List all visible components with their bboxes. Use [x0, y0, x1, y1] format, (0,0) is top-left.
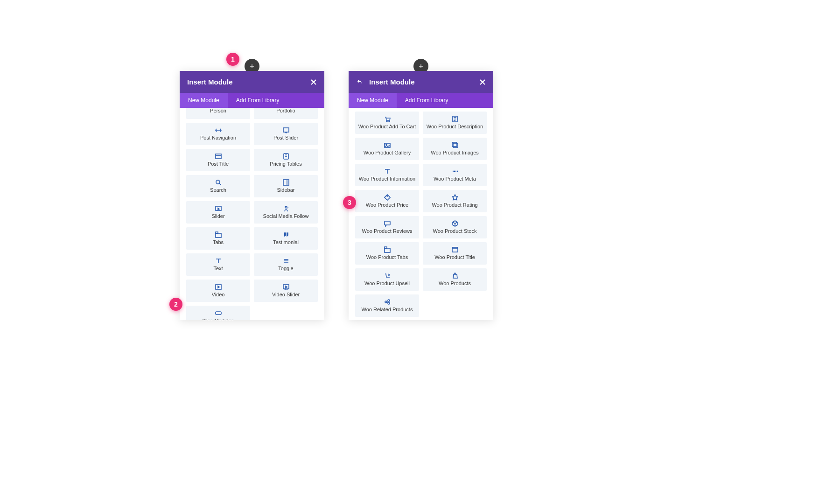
- module-label: Video Slider: [272, 292, 300, 298]
- module-tabs[interactable]: Tabs: [186, 227, 250, 250]
- module-woo-products[interactable]: Woo Products: [423, 268, 487, 291]
- module-woo-product-stock[interactable]: Woo Product Stock: [423, 216, 487, 238]
- module-video[interactable]: Video: [186, 280, 250, 302]
- module-woo-related-products[interactable]: Woo Related Products: [355, 294, 419, 317]
- module-testimonial[interactable]: Testimonial: [254, 227, 318, 250]
- module-search[interactable]: Search: [186, 175, 250, 197]
- reviews-icon: [384, 220, 391, 227]
- module-label: Woo Product Gallery: [364, 150, 411, 156]
- close-button[interactable]: [479, 79, 486, 85]
- tab-new-module[interactable]: New Module: [349, 93, 397, 108]
- callout-badge-3: 3: [343, 196, 356, 209]
- tabs-icon: [215, 231, 222, 238]
- close-button[interactable]: [310, 79, 317, 85]
- module-label: Woo Product Images: [431, 150, 479, 156]
- back-button[interactable]: [356, 78, 364, 86]
- module-label: Post Slider: [273, 135, 298, 141]
- module-pricing-tables[interactable]: Pricing Tables: [254, 149, 318, 171]
- module-label: Text: [213, 266, 223, 272]
- panel-tabs: New Module Add From Library: [349, 93, 493, 108]
- module-portfolio[interactable]: Portfolio: [254, 108, 318, 119]
- module-woo-product-meta[interactable]: Woo Product Meta: [423, 164, 487, 186]
- module-sidebar[interactable]: Sidebar: [254, 175, 318, 197]
- module-woo-product-images[interactable]: Woo Product Images: [423, 138, 487, 160]
- search-icon: [215, 179, 222, 186]
- arrows-h-icon: [215, 127, 222, 133]
- module-toggle[interactable]: Toggle: [254, 253, 318, 276]
- module-label: Woo Product Information: [359, 176, 415, 182]
- tabs-icon: [384, 246, 391, 253]
- star-icon: [452, 194, 458, 201]
- module-woo-modules[interactable]: Woo Modules: [186, 306, 250, 320]
- videoslider-icon: [283, 284, 289, 290]
- tab-add-from-library[interactable]: Add From Library: [228, 93, 288, 108]
- tab-add-from-library[interactable]: Add From Library: [397, 93, 457, 108]
- module-woo-product-description[interactable]: Woo Product Description: [423, 112, 487, 134]
- module-text[interactable]: Text: [186, 253, 250, 276]
- panel-tabs: New Module Add From Library: [180, 93, 324, 108]
- cart-icon: [384, 116, 391, 122]
- module-person[interactable]: Person: [186, 108, 250, 119]
- module-label: Woo Product Reviews: [362, 228, 412, 234]
- module-label: Woo Product Price: [366, 202, 409, 208]
- slideshow-icon: [283, 127, 289, 133]
- video-icon: [215, 284, 222, 290]
- panel-title: Insert Module: [369, 78, 479, 86]
- sidebar-icon: [283, 179, 289, 186]
- panel-header: Insert Module: [349, 71, 493, 93]
- insert-module-panel-right: Insert Module New Module Add From Librar…: [349, 71, 493, 320]
- module-label: Portfolio: [276, 108, 295, 114]
- module-label: Search: [210, 187, 226, 193]
- module-post-slider[interactable]: Post Slider: [254, 123, 318, 145]
- module-social-media-follow[interactable]: Social Media Follow: [254, 201, 318, 224]
- pricing-icon: [283, 153, 289, 160]
- module-label: Woo Product Description: [427, 124, 483, 130]
- tab-new-module[interactable]: New Module: [180, 93, 228, 108]
- text-icon: [215, 258, 222, 264]
- module-woo-product-title[interactable]: Woo Product Title: [423, 242, 487, 265]
- module-woo-product-information[interactable]: Woo Product Information: [355, 164, 419, 186]
- module-label: Woo Related Products: [362, 307, 413, 313]
- module-label: Woo Product Upsell: [364, 280, 410, 287]
- module-woo-product-reviews[interactable]: Woo Product Reviews: [355, 216, 419, 238]
- module-video-slider[interactable]: Video Slider: [254, 280, 318, 302]
- callout-badge-1: 1: [226, 53, 239, 66]
- module-label: Woo Product Tabs: [366, 254, 408, 260]
- meta-icon: [452, 168, 458, 175]
- module-woo-product-add-to-cart[interactable]: Woo Product Add To Cart: [355, 112, 419, 134]
- module-label: Woo Product Rating: [432, 202, 477, 208]
- related-icon: [384, 299, 391, 305]
- module-label: Woo Product Add To Cart: [358, 124, 416, 130]
- slider-icon: [215, 205, 222, 212]
- panel-header: Insert Module: [180, 71, 324, 93]
- module-label: Pricing Tables: [270, 161, 301, 167]
- callout-badge-2: 2: [169, 298, 182, 311]
- title-icon: [215, 153, 222, 160]
- module-label: Video: [212, 292, 225, 298]
- social-icon: [283, 205, 289, 212]
- module-woo-product-tabs[interactable]: Woo Product Tabs: [355, 242, 419, 265]
- woo-icon: [215, 310, 222, 316]
- price-icon: [384, 194, 391, 201]
- module-woo-product-rating[interactable]: Woo Product Rating: [423, 190, 487, 212]
- module-label: Post Navigation: [200, 135, 236, 141]
- module-label: Toggle: [278, 266, 293, 272]
- insert-module-panel-left: Insert Module New Module Add From Librar…: [180, 71, 324, 320]
- module-label: Woo Product Title: [434, 254, 475, 260]
- desc-icon: [452, 116, 458, 122]
- stock-icon: [452, 220, 458, 227]
- module-label: Slider: [211, 213, 224, 219]
- panel-body: Woo Product Add To CartWoo Product Descr…: [349, 108, 493, 320]
- panel-body: PersonPortfolioPost NavigationPost Slide…: [180, 108, 324, 320]
- module-label: Testimonial: [273, 239, 299, 245]
- module-woo-product-gallery[interactable]: Woo Product Gallery: [355, 138, 419, 160]
- module-post-navigation[interactable]: Post Navigation: [186, 123, 250, 145]
- module-label: Post Title: [208, 161, 229, 167]
- module-label: Tabs: [213, 239, 224, 245]
- module-post-title[interactable]: Post Title: [186, 149, 250, 171]
- module-woo-product-price[interactable]: Woo Product Price: [355, 190, 419, 212]
- products-icon: [452, 273, 458, 279]
- module-slider[interactable]: Slider: [186, 201, 250, 224]
- module-woo-product-upsell[interactable]: Woo Product Upsell: [355, 268, 419, 291]
- module-label: Woo Product Meta: [434, 176, 476, 182]
